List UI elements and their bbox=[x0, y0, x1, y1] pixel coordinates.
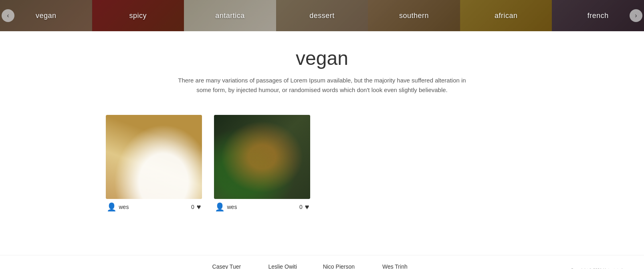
card-footer-1: 👤 wes 0 ♥ bbox=[106, 199, 202, 215]
user-avatar-icon-2: 👤 bbox=[215, 202, 225, 212]
category-nav-inner: vegan spicy antartica dessert southern a… bbox=[0, 0, 644, 31]
main-content: vegan There are many variations of passa… bbox=[82, 31, 563, 231]
card-user-1: 👤 wes bbox=[107, 202, 129, 212]
nav-arrow-left[interactable]: ‹ bbox=[2, 9, 14, 22]
section-description: There are many variations of passages of… bbox=[172, 76, 472, 95]
category-label-southern: southern bbox=[399, 12, 429, 20]
recipe-card-1[interactable]: 👤 wes 0 ♥ bbox=[106, 115, 202, 215]
category-label-spicy: spicy bbox=[129, 12, 147, 20]
team-member-nico: Nico Pierson ✌ bbox=[319, 263, 359, 269]
likes-count-1: 0 bbox=[191, 204, 194, 210]
category-item-dessert[interactable]: dessert bbox=[276, 0, 368, 31]
recipe-card-2[interactable]: 👤 wes 0 ♥ bbox=[214, 115, 310, 215]
likes-count-2: 0 bbox=[299, 204, 303, 210]
footer-copyright: Copyright © 2021 Hotpotato Inc. All righ… bbox=[571, 267, 628, 269]
card-user-2: 👤 wes bbox=[215, 202, 237, 212]
category-label-french: french bbox=[587, 12, 609, 20]
copyright-line1: Copyright © 2021 Hotpotato Inc. bbox=[571, 267, 628, 269]
category-item-spicy[interactable]: spicy bbox=[92, 0, 184, 31]
footer-team: Casey Tuer ✌ Leslie Owiti bbox=[206, 263, 415, 269]
heart-icon-2[interactable]: ♥ bbox=[305, 203, 309, 211]
section-title: vegan bbox=[106, 47, 539, 69]
category-label-vegan: vegan bbox=[36, 12, 57, 20]
nav-arrow-right[interactable]: › bbox=[630, 9, 642, 22]
card-image-1 bbox=[106, 115, 202, 199]
heart-icon-1[interactable]: ♥ bbox=[197, 203, 201, 211]
card-image-2 bbox=[214, 115, 310, 199]
team-member-wes: Wes Trinh ✌ bbox=[375, 263, 415, 269]
team-member-casey: Casey Tuer ✌ bbox=[206, 263, 246, 269]
category-nav: ‹ vegan spicy antartica dessert southern… bbox=[0, 0, 644, 31]
team-name-casey: Casey Tuer bbox=[212, 263, 241, 269]
team-name-leslie: Leslie Owiti bbox=[269, 263, 297, 269]
category-item-antartica[interactable]: antartica bbox=[184, 0, 276, 31]
cards-grid: 👤 wes 0 ♥ 👤 wes 0 ♥ bbox=[106, 115, 539, 215]
category-label-antartica: antartica bbox=[215, 12, 245, 20]
card-username-2: wes bbox=[227, 204, 237, 210]
card-footer-2: 👤 wes 0 ♥ bbox=[214, 199, 310, 215]
footer: HOT POTATO Casey Tuer ✌ Leslie Owiti bbox=[0, 255, 644, 269]
card-likes-2[interactable]: 0 ♥ bbox=[299, 203, 309, 211]
category-label-dessert: dessert bbox=[309, 12, 335, 20]
card-likes-1[interactable]: 0 ♥ bbox=[191, 203, 201, 211]
category-item-african[interactable]: african bbox=[460, 0, 552, 31]
card-username-1: wes bbox=[119, 204, 129, 210]
category-label-african: african bbox=[495, 12, 518, 20]
category-item-southern[interactable]: southern bbox=[368, 0, 460, 31]
team-name-wes: Wes Trinh bbox=[382, 263, 408, 269]
user-avatar-icon-1: 👤 bbox=[107, 202, 117, 212]
team-member-leslie: Leslie Owiti ✌ bbox=[262, 263, 303, 269]
team-name-nico: Nico Pierson bbox=[323, 263, 355, 269]
